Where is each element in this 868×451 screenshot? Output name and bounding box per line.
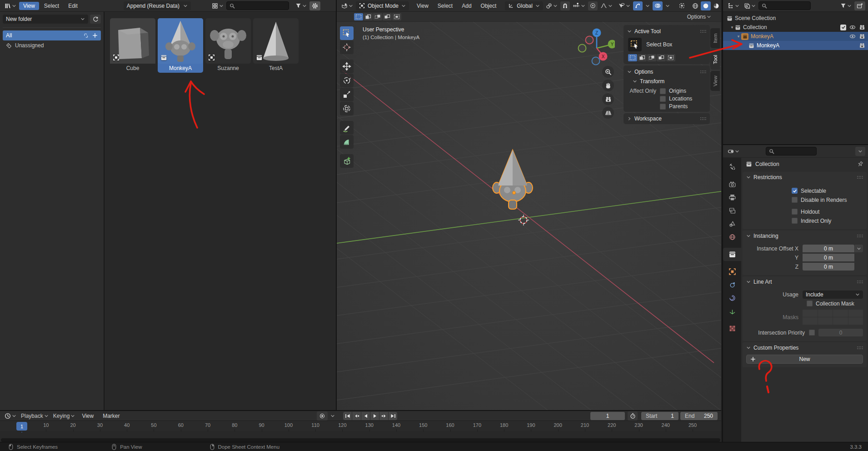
horizontal-scrollbar[interactable] <box>1 438 720 442</box>
panel-grip-icon[interactable] <box>700 116 706 121</box>
intersection-priority-field[interactable]: 0 <box>818 329 863 336</box>
line-art-header[interactable]: Line Art <box>743 276 867 287</box>
proportional-falloff-dropdown[interactable] <box>599 1 614 10</box>
monkeya-object[interactable] <box>493 150 533 209</box>
tool-mode-extend-button[interactable] <box>638 54 647 61</box>
camera-view-button[interactable] <box>602 93 614 105</box>
tab-tool[interactable]: Tool <box>710 50 720 70</box>
select-mode-intersect-button[interactable] <box>392 13 401 20</box>
restrictions-header[interactable]: Restrictions <box>743 172 867 183</box>
menu-select[interactable]: Select <box>434 2 457 10</box>
tab-physics-properties[interactable] <box>723 278 741 291</box>
editor-type-button[interactable] <box>3 411 18 421</box>
active-tool-button[interactable] <box>628 38 642 51</box>
transform-orientation-dropdown[interactable]: Global <box>505 1 543 10</box>
tool-select-box[interactable] <box>340 26 354 40</box>
tool-rotate[interactable] <box>340 74 354 87</box>
panel-grip-icon[interactable] <box>857 280 863 284</box>
proportional-editing-toggle[interactable] <box>588 1 598 10</box>
tool-add-cube[interactable] <box>340 154 354 168</box>
frame-end-field[interactable]: End 250 <box>680 412 718 420</box>
menu-object[interactable]: Object <box>477 2 501 10</box>
properties-options-dropdown[interactable] <box>855 147 865 156</box>
tool-scale[interactable] <box>340 88 354 101</box>
editor-type-button[interactable] <box>339 1 355 10</box>
holdout-checkbox[interactable] <box>792 209 798 215</box>
auto-keying-dropdown[interactable] <box>329 411 337 421</box>
tab-tool-properties[interactable] <box>723 160 741 174</box>
tab-collection-properties[interactable] <box>723 248 741 261</box>
tool-annotate[interactable] <box>340 121 354 135</box>
toggle-perspective-button[interactable] <box>602 107 614 119</box>
display-mode-dropdown[interactable] <box>210 1 225 10</box>
locations-checkbox[interactable] <box>660 96 666 102</box>
tab-item[interactable]: Item <box>710 28 720 48</box>
outliner-row-monkeya-instance[interactable]: ▼ MonkeyA <box>723 32 868 41</box>
outliner-row-monkeya-object[interactable]: MonkeyA <box>723 41 868 50</box>
menu-add[interactable]: Add <box>458 2 475 10</box>
menu-playback[interactable]: Playback <box>19 411 50 421</box>
instance-offset-z-field[interactable]: 0 m <box>803 263 854 271</box>
snap-settings-dropdown[interactable] <box>571 1 587 10</box>
panel-grip-icon[interactable] <box>857 346 863 350</box>
selectable-checkbox[interactable] <box>792 188 798 194</box>
hide-eye-icon[interactable] <box>849 33 856 40</box>
gizmo-minus-z-axis[interactable] <box>592 57 600 65</box>
usage-dropdown[interactable]: Include <box>803 291 863 299</box>
custom-properties-header[interactable]: Custom Properties <box>743 342 867 353</box>
hide-eye-icon[interactable] <box>849 24 856 30</box>
shading-wireframe-button[interactable] <box>690 1 700 10</box>
tool-mode-invert-button[interactable] <box>657 54 666 61</box>
append-mode-dropdown[interactable]: Append (Reuse Data) <box>124 1 191 10</box>
menu-view[interactable]: View <box>19 2 39 10</box>
mask-toggle[interactable] <box>803 310 818 317</box>
filter-dropdown[interactable] <box>294 1 309 10</box>
current-frame-field[interactable]: 1 <box>590 412 625 420</box>
menu-edit[interactable]: Edit <box>64 2 82 10</box>
menu-view[interactable]: View <box>78 412 98 420</box>
menu-view[interactable]: View <box>413 2 433 10</box>
properties-search-input[interactable] <box>766 147 817 155</box>
disable-renders-checkbox[interactable] <box>792 197 798 203</box>
menu-select[interactable]: Select <box>40 2 63 10</box>
asset-card-cube[interactable]: Cube <box>110 18 155 73</box>
select-mode-invert-button[interactable] <box>383 13 392 20</box>
catalog-item-all[interactable]: All <box>3 30 101 40</box>
mask-toggle[interactable] <box>833 317 848 325</box>
outliner-search-input[interactable] <box>758 1 811 10</box>
outliner-row-scene-collection[interactable]: Scene Collection <box>723 14 868 23</box>
disable-render-camera-icon[interactable] <box>859 24 865 30</box>
jump-to-end-button[interactable] <box>389 412 397 420</box>
panel-grip-icon[interactable] <box>857 234 863 238</box>
tab-render-properties[interactable] <box>723 178 741 191</box>
mask-toggle[interactable] <box>833 310 848 317</box>
filter-settings-button[interactable] <box>309 1 320 10</box>
select-mode-set-button[interactable] <box>354 13 363 20</box>
mode-dropdown[interactable]: Object Mode <box>356 1 409 10</box>
frame-start-field[interactable]: Start 1 <box>641 412 678 420</box>
gizmos-dropdown[interactable] <box>644 1 652 10</box>
overlays-dropdown[interactable] <box>663 1 672 10</box>
new-property-button[interactable]: New <box>746 355 863 364</box>
viewport-canvas[interactable]: User Perspective (1) Collection | Monkey… <box>337 22 721 410</box>
tool-mode-set-button[interactable] <box>628 54 637 61</box>
previous-keyframe-button[interactable] <box>352 412 361 420</box>
tab-constraints-properties[interactable] <box>723 291 741 305</box>
editor-type-button[interactable] <box>726 1 741 10</box>
tool-cursor[interactable] <box>340 40 354 54</box>
dope-sheet-area[interactable] <box>0 432 721 443</box>
workspace-panel-header[interactable]: Workspace <box>624 115 710 123</box>
menu-keying[interactable]: Keying <box>51 411 77 421</box>
mask-toggle[interactable] <box>848 310 863 317</box>
tool-mode-intersect-button[interactable] <box>666 54 675 61</box>
collection-mask-checkbox[interactable] <box>807 301 813 306</box>
new-collection-button[interactable] <box>854 1 865 10</box>
origins-checkbox[interactable] <box>660 88 666 94</box>
tool-transform[interactable] <box>340 102 354 115</box>
instance-offset-y-field[interactable]: 0 m <box>803 254 854 261</box>
next-keyframe-button[interactable] <box>379 412 388 420</box>
menu-marker[interactable]: Marker <box>99 412 124 420</box>
parents-checkbox[interactable] <box>660 104 666 110</box>
disclosure-triangle[interactable]: ▼ <box>736 35 741 39</box>
use-preview-range-button[interactable] <box>628 411 638 421</box>
